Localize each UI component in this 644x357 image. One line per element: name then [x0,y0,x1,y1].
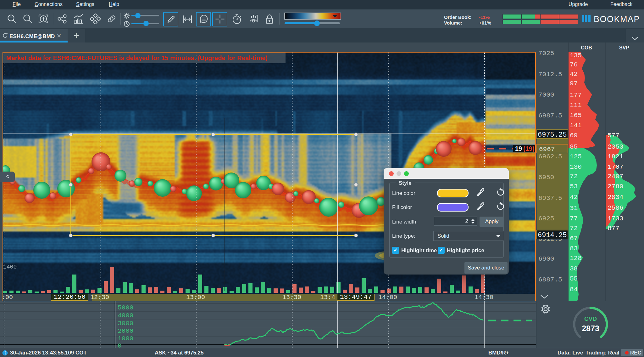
svg-text:83: 83 [570,245,578,252]
svg-text:CVD: CVD [584,315,597,322]
svg-text:6962.5: 6962.5 [538,153,562,160]
svg-text:130: 130 [570,163,582,171]
svg-text:6950: 6950 [538,174,554,181]
svg-text:128: 128 [570,255,582,262]
svg-text:6987.5: 6987.5 [538,112,562,119]
svg-text:111: 111 [570,102,582,109]
svg-text:5000: 5000 [118,304,133,311]
svg-text:76: 76 [570,61,578,68]
svg-text:4000: 4000 [118,312,133,319]
svg-text:0: 0 [118,342,122,348]
svg-text:877: 877 [608,225,619,232]
svg-text:55: 55 [570,275,578,282]
svg-text:2834: 2834 [608,194,623,201]
svg-text:2353: 2353 [608,143,623,150]
svg-text:177: 177 [570,92,582,99]
svg-text:165: 165 [570,112,582,119]
svg-text:6925: 6925 [538,215,554,222]
svg-text:7000: 7000 [538,91,554,99]
svg-text:2873: 2873 [582,324,599,333]
svg-text:6887.5: 6887.5 [538,276,562,283]
svg-text:67: 67 [570,235,578,242]
svg-text:31: 31 [570,205,578,212]
svg-text:85: 85 [570,143,578,150]
svg-text:1707: 1707 [608,163,623,171]
svg-text:2407: 2407 [608,173,623,180]
svg-text:6937.5: 6937.5 [538,195,562,202]
svg-text:6914.25: 6914.25 [538,231,567,239]
svg-text:2780: 2780 [608,183,623,190]
svg-text:1733: 1733 [608,215,623,222]
svg-text:577: 577 [608,132,619,139]
svg-text:77: 77 [570,215,578,222]
svg-text:2586: 2586 [608,204,623,212]
svg-text:69: 69 [570,132,578,139]
svg-text:42: 42 [570,194,578,201]
svg-text:3000: 3000 [118,320,133,327]
svg-text:1000: 1000 [118,335,133,342]
svg-text:135: 135 [570,52,582,59]
svg-text:125: 125 [570,153,582,160]
svg-text:7012.5: 7012.5 [538,71,562,78]
svg-text:97: 97 [570,80,578,87]
svg-text:7025: 7025 [538,50,554,57]
svg-text:6900: 6900 [538,255,554,263]
svg-text:2000: 2000 [118,327,133,335]
svg-text:38: 38 [570,265,578,272]
svg-text:42: 42 [570,71,578,78]
svg-text:COB: COB [581,45,592,50]
svg-text:72: 72 [570,225,578,232]
svg-text:84: 84 [570,286,578,293]
svg-text:53: 53 [570,183,578,190]
svg-text:1821: 1821 [608,153,623,160]
svg-text:6975.25: 6975.25 [538,131,567,139]
svg-text:141: 141 [570,122,582,129]
svg-text:6967: 6967 [539,146,555,153]
svg-text:SVP: SVP [619,45,629,50]
svg-text:72: 72 [570,173,578,180]
